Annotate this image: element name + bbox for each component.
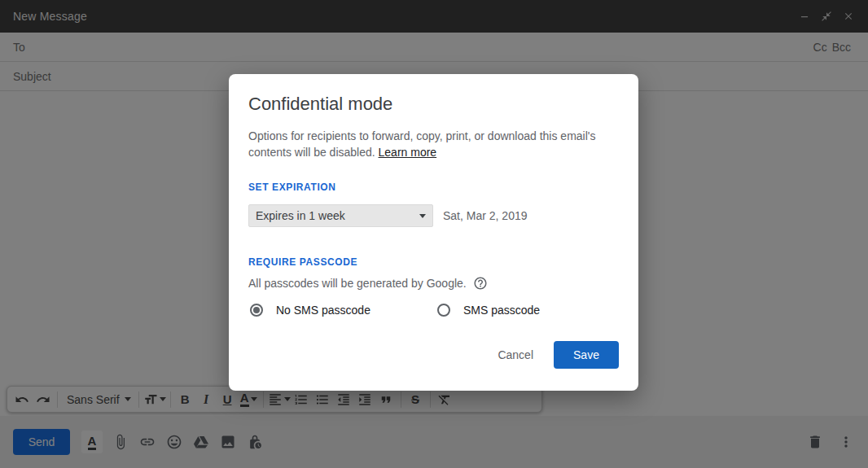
compose-window: New Message To Cc Bcc Subject xyxy=(0,0,868,468)
radio-selected-icon xyxy=(250,304,263,317)
require-passcode-label: REQUIRE PASSCODE xyxy=(248,256,619,268)
save-button[interactable]: Save xyxy=(554,341,619,369)
expiration-select[interactable]: Expires in 1 week xyxy=(248,204,433,227)
help-icon[interactable] xyxy=(473,276,488,291)
passcode-note: All passcodes will be generated by Googl… xyxy=(248,277,467,290)
chevron-down-icon xyxy=(419,214,426,218)
set-expiration-label: SET EXPIRATION xyxy=(248,182,619,193)
expiration-row: Expires in 1 week Sat, Mar 2, 2019 xyxy=(248,204,619,227)
expiration-selected-value: Expires in 1 week xyxy=(256,209,345,222)
confidential-mode-dialog: Confidential mode Options for recipients… xyxy=(229,74,638,391)
radio-no-sms-passcode[interactable]: No SMS passcode xyxy=(248,304,436,317)
dialog-title: Confidential mode xyxy=(248,94,619,115)
radio-sms-passcode[interactable]: SMS passcode xyxy=(436,304,540,317)
dialog-buttons: Cancel Save xyxy=(248,341,619,369)
radio-unselected-icon xyxy=(437,304,450,317)
passcode-options: No SMS passcode SMS passcode xyxy=(248,304,619,317)
cancel-button[interactable]: Cancel xyxy=(484,342,546,368)
dialog-description: Options for recipients to forward, copy,… xyxy=(248,128,619,160)
learn-more-link[interactable]: Learn more xyxy=(379,146,437,159)
expiration-date: Sat, Mar 2, 2019 xyxy=(443,209,528,222)
passcode-note-row: All passcodes will be generated by Googl… xyxy=(248,276,619,291)
